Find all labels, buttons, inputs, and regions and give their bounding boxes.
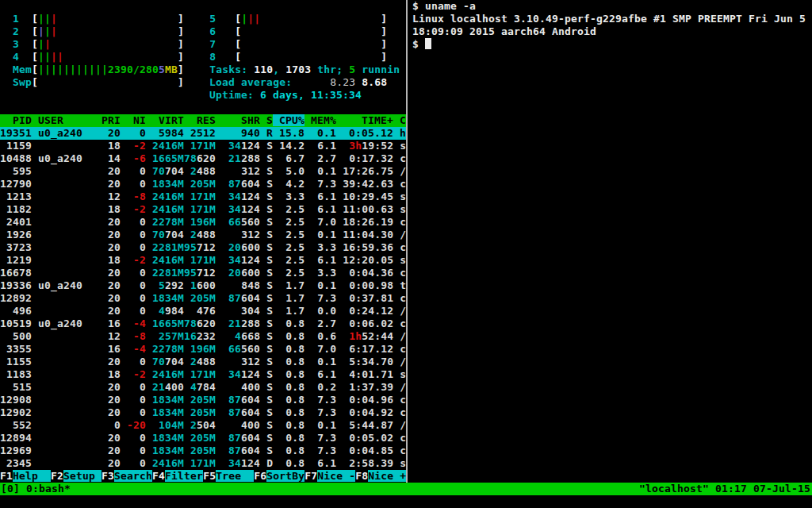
fn-key-f5[interactable]: F5 — [203, 470, 216, 482]
process-row-12894[interactable]: 12894 20 0 1834M 205M 87604 S 0.8 7.3 0:… — [0, 432, 406, 444]
process-row-19336[interactable]: 19336 u0_a240 20 0 5292 1600 848 S 1.7 0… — [0, 279, 406, 292]
text-segment: 20 — [102, 457, 121, 469]
fn-key-f7[interactable]: F7 — [304, 470, 317, 482]
process-row-3723[interactable]: 3723 20 0 2281M95712 20600 S 2.5 3.3 16:… — [0, 241, 406, 254]
fn-label-f3[interactable]: Search — [114, 470, 152, 482]
fn-key-f1[interactable]: F1 — [0, 470, 13, 482]
process-row-1182[interactable]: 1182 18 -2 2416M 171M 34124 S 2.5 6.1 11… — [0, 203, 406, 216]
text-segment — [57, 13, 178, 25]
text-segment: ] — [178, 64, 184, 75]
process-row-1155[interactable]: 1155 20 0 70704 2488 312 S 0.8 0.1 5:34.… — [0, 356, 406, 368]
fn-label-f7[interactable]: Nice - — [317, 470, 355, 482]
text-segment: ] — [381, 51, 387, 63]
process-row-16678[interactable]: 16678 20 0 2281M95712 20600 S 2.5 3.3 0:… — [0, 267, 406, 279]
text-segment: 171M — [184, 368, 216, 380]
process-row-1219[interactable]: 1219 18 -2 2416M 171M 34124 S 2.5 6.1 12… — [0, 254, 406, 267]
text-segment: S — [260, 152, 273, 164]
shell-output-line: 18:09:09 2015 aarch64 Android — [412, 25, 596, 38]
process-row-2345[interactable]: 2345 20 0 2416M 171M 34124 D 0.8 6.1 2:5… — [0, 457, 406, 470]
text-segment: 34 — [216, 368, 241, 380]
fn-key-f3[interactable]: F3 — [102, 470, 114, 482]
process-row-1183[interactable]: 1183 18 -2 2416M 171M 34124 S 0.8 6.1 4:… — [0, 368, 406, 381]
tmux-status-bar: [0] 0:bash* "localhost" 01:17 07-Jul-15 — [0, 483, 812, 495]
text-segment — [184, 64, 209, 75]
process-row-1159[interactable]: 1159 18 -2 2416M 171M 34124 S 14.2 6.1 3… — [0, 140, 406, 152]
process-table-header[interactable]: PID USER PRI NI VIRT RES SHR S CPU% MEM%… — [0, 114, 406, 127]
process-row-2401[interactable]: 2401 20 0 2278M 196M 66560 S 2.5 7.0 18:… — [0, 216, 406, 229]
text-segment: 196M — [184, 216, 216, 228]
text-segment: S — [260, 178, 273, 190]
shell-pane[interactable]: $ uname -a Linux localhost 3.10.49-perf-… — [412, 0, 812, 483]
fn-key-f6[interactable]: F6 — [254, 470, 266, 482]
fn-key-f4[interactable]: F4 — [152, 470, 165, 482]
text-segment: 0 — [121, 229, 146, 241]
tmux-session-window[interactable]: [0] 0:bash* — [1, 483, 71, 495]
text-segment: || — [38, 51, 51, 63]
text-segment: 2.5 0.1 — [273, 229, 336, 241]
text-segment: 0:37.81 — [336, 292, 393, 304]
text-segment: 6 days, — [260, 89, 311, 101]
text-segment: [ — [235, 13, 241, 25]
process-row-12790[interactable]: 12790 20 0 1834M 205M 87604 S 4.2 7.3 39… — [0, 178, 406, 190]
text-segment: 87 — [216, 178, 241, 190]
tmux-pane-separator[interactable] — [406, 0, 408, 483]
text-segment: S — [260, 444, 273, 456]
text-segment: 171M — [184, 203, 216, 215]
text-segment: 1834M — [146, 432, 184, 444]
text-segment: 4 — [184, 381, 197, 393]
text-segment: / — [393, 305, 406, 317]
fn-label-f8[interactable]: Nice + — [368, 470, 406, 482]
process-row-12969[interactable]: 12969 20 0 1834M 205M 87604 S 0.8 7.3 0:… — [0, 444, 406, 457]
fn-label-f4[interactable]: Filter — [165, 470, 203, 482]
text-segment — [355, 76, 362, 88]
terminal-cursor[interactable] — [425, 38, 431, 49]
text-segment: 0 — [102, 419, 121, 431]
fn-label-f6[interactable]: SortBy — [266, 470, 304, 482]
text-segment: [ — [32, 76, 38, 88]
process-row-12892[interactable]: 12892 20 0 1834M 205M 87604 S 1.7 7.3 0:… — [0, 292, 406, 305]
fn-label-f2[interactable]: Setup — [63, 470, 102, 482]
text-segment: 21 — [216, 152, 241, 164]
text-segment: 20 — [102, 292, 121, 304]
process-row-12902[interactable]: 12902 20 0 1834M 205M 87604 S 0.8 7.3 0:… — [0, 406, 406, 419]
text-segment: 600 — [241, 241, 260, 253]
text-segment: c — [393, 318, 406, 329]
text-segment: 6.7 2.7 — [273, 152, 336, 164]
text-segment: [ — [235, 38, 241, 50]
process-row-1926[interactable]: 1926 20 0 70704 2488 312 S 2.5 0.1 11:04… — [0, 229, 406, 241]
text-segment: S — [260, 279, 273, 291]
text-segment: 595 — [0, 165, 102, 177]
text-segment: 11:35:34 — [311, 89, 362, 101]
process-row-19351[interactable]: 19351 u0_a240 20 0 5984 2512 940 R 15.8 … — [0, 127, 406, 140]
text-segment: 124 — [241, 203, 260, 215]
process-row-496[interactable]: 496 20 0 4984 476 304 S 1.7 0.0 0:24.12 … — [0, 305, 406, 318]
text-segment: 0.8 7.3 — [273, 406, 336, 418]
text-segment: 16678 — [0, 267, 102, 279]
text-segment: 1834M — [146, 394, 184, 406]
fn-label-f1[interactable]: Help — [13, 470, 51, 482]
fn-key-f8[interactable]: F8 — [355, 470, 368, 482]
fn-label-f5[interactable]: Tree — [216, 470, 254, 482]
fn-key-f2[interactable]: F2 — [51, 470, 63, 482]
text-segment — [184, 25, 209, 37]
process-row-12908[interactable]: 12908 20 0 1834M 205M 87604 S 0.8 7.3 0:… — [0, 394, 406, 406]
text-segment: 21 — [216, 318, 241, 329]
htop-pane[interactable]: 1 [||| ] 5 [||| ] 2 [||| ] 6 [ ] 3 [|| ]… — [0, 0, 406, 470]
text-segment: 14 — [102, 152, 121, 164]
process-row-10519[interactable]: 10519 u0_a240 16 -4 1665M78620 21288 S 0… — [0, 318, 406, 330]
process-row-3355[interactable]: 3355 16 -4 2278M 196M 66560 S 0.8 7.0 6:… — [0, 343, 406, 356]
text-segment: | — [241, 13, 247, 25]
shell-prompt-line: $ — [412, 38, 431, 51]
text-segment — [57, 25, 178, 37]
process-row-595[interactable]: 595 20 0 70704 2488 312 S 5.0 0.1 17:26.… — [0, 165, 406, 178]
process-row-10488[interactable]: 10488 u0_a240 14 -6 1665M78620 21288 S 6… — [0, 152, 406, 165]
text-segment: 0.8 7.3 — [273, 432, 336, 444]
process-row-515[interactable]: 515 20 0 21400 4784 400 S 0.8 0.2 1:37.3… — [0, 381, 406, 394]
text-segment: 620 — [197, 318, 216, 329]
text-segment: 18 — [102, 140, 121, 152]
text-segment: 104M — [146, 419, 184, 431]
text-segment: 0 — [121, 267, 146, 279]
process-row-552[interactable]: 552 0 -20 104M 2504 400 S 0.8 0.1 5:44.8… — [0, 419, 406, 432]
process-row-500[interactable]: 500 12 -8 257M16232 4668 S 0.8 0.6 1h52:… — [0, 330, 406, 343]
process-row-1213[interactable]: 1213 12 -8 2416M 171M 34124 S 3.3 6.1 10… — [0, 190, 406, 203]
